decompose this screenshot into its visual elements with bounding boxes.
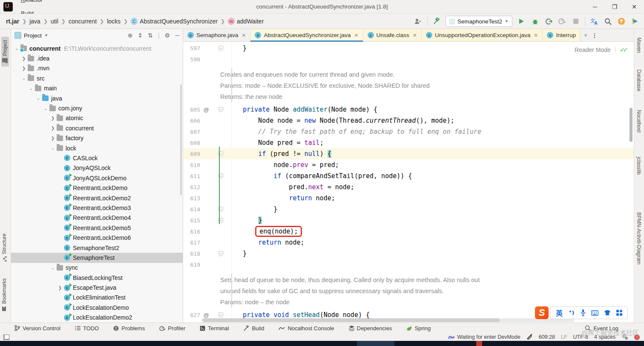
code-line-611[interactable]: 611− if (compareAndSetTail(pred, node)) … [183, 170, 634, 182]
stop-icon[interactable] [571, 17, 581, 26]
tree-item-semaphonetest2[interactable]: cSemaphoneTest2 [11, 243, 183, 253]
collapse-all-icon[interactable]: ⇅ [148, 32, 153, 39]
code-line-607[interactable]: 607 // Try the fast path of enq; backup … [183, 126, 634, 137]
chevron-collapsed-icon[interactable]: ❯ [50, 136, 56, 141]
tree-item-reentrantlockdemo5[interactable]: cReentrantLockDemo5 [11, 223, 183, 233]
javadoc-toggle-icon[interactable]: @ [200, 107, 212, 113]
breadcrumb-item[interactable]: concurrent [69, 18, 97, 25]
tool-window-button-problems[interactable]: Problems [113, 325, 145, 332]
fold-marker-icon[interactable]: − [212, 173, 229, 179]
minimize-button[interactable]: ─ [585, 0, 605, 14]
tree-item-jonyaqslockdemo[interactable]: cJonyAQSLockDemo [11, 173, 183, 183]
tree-item-jonyaqslock[interactable]: cJonyAQSLock [11, 163, 183, 173]
sidebar-item-nocalhost[interactable]: Nocalhost [636, 110, 642, 133]
event-log-button[interactable]: Event Log [585, 325, 618, 332]
breadcrumb-item[interactable]: CAbstractQueuedSynchronizer [131, 18, 218, 25]
tree-item-main[interactable]: ⌄main [11, 84, 183, 93]
code-line-605[interactable]: 605@−private Node addWaiter(Node mode) { [183, 104, 634, 115]
line-number[interactable]: 597 [183, 45, 200, 52]
breadcrumb-item[interactable]: java [29, 18, 40, 25]
code-line-617[interactable]: 617 return node; [183, 237, 634, 248]
chevron-collapsed-icon[interactable]: ❯ [21, 56, 27, 61]
expand-all-icon[interactable]: ⇕ [138, 32, 143, 39]
line-number[interactable]: 619 [183, 262, 200, 268]
inspection-profile-icon[interactable]: ? [621, 334, 628, 341]
line-number[interactable]: 607 [183, 129, 200, 135]
line-number[interactable]: 598 [183, 56, 200, 63]
code-line-616[interactable]: 616 enq(node); [183, 226, 634, 237]
fold-marker-icon[interactable]: − [212, 207, 229, 212]
code-editor[interactable]: 597−}598Creates and enqueues node for cu… [183, 42, 634, 323]
build-hammer-icon[interactable] [432, 17, 441, 26]
line-number[interactable]: 617 [183, 239, 200, 246]
tree-item--idea[interactable]: ❯.idea [11, 53, 183, 63]
chevron-collapsed-icon[interactable]: ❯ [57, 285, 63, 290]
code-line-618[interactable]: 618−} [183, 248, 634, 259]
plugin-icon[interactable] [630, 17, 640, 26]
sidebar-item-project[interactable]: Project [1, 37, 9, 66]
profiler-icon[interactable] [558, 17, 567, 26]
tree-item-concurrent[interactable]: ❯concurrent [11, 123, 183, 133]
tool-window-switcher-icon[interactable] [3, 334, 9, 340]
hidden-tabs-chevron-icon[interactable]: ∨ [584, 32, 587, 38]
line-number[interactable]: 618 [183, 251, 200, 257]
chevron-collapsed-icon[interactable]: ❯ [50, 116, 56, 121]
tree-item-atomic[interactable]: ❯atomic [11, 113, 183, 123]
code-line-606[interactable]: 606 Node node = new Node(Thread.currentT… [183, 115, 634, 126]
maximize-button[interactable]: ❐ [605, 0, 624, 14]
tree-item-lockescalationdemo[interactable]: cLockEscalationDemo [11, 303, 183, 312]
update-icon[interactable] [617, 17, 626, 26]
chevron-collapsed-icon[interactable]: ❯ [21, 66, 27, 71]
taskbar-item[interactable] [357, 341, 394, 346]
line-number[interactable]: 608 [183, 140, 200, 146]
tree-item-reentrantlockdemo6[interactable]: cReentrantLockDemo6 [11, 233, 183, 242]
breadcrumb-item[interactable]: util [51, 18, 58, 25]
tool-window-button-terminal[interactable]: Terminal [200, 325, 229, 332]
hide-icon[interactable]: ─ [175, 32, 179, 39]
tree-item-com-jony[interactable]: ⌄com.jony [11, 103, 183, 113]
code-line-609[interactable]: 609− if (pred != null) { [183, 148, 634, 159]
close-button[interactable]: ✕ [624, 0, 644, 14]
skin-icon[interactable] [604, 310, 611, 316]
sidebar-item-database[interactable]: Database [636, 69, 642, 91]
menu-refactor[interactable]: Refactor [17, 0, 47, 7]
editor-tab-semaphore-java[interactable]: cSemaphore.java✕ [183, 29, 250, 41]
line-number[interactable]: 609 [183, 151, 200, 157]
line-number[interactable]: 613 [183, 195, 200, 202]
file-encoding[interactable]: UTF-8 [573, 334, 588, 340]
indent-setting[interactable]: 4 spaces [594, 334, 615, 340]
line-number[interactable]: 612 [183, 184, 200, 190]
tree-item-lock[interactable]: ⌄lock [11, 143, 183, 153]
tool-window-button-nocalhost-console[interactable]: Nocalhost Console [279, 325, 334, 332]
translate-icon[interactable]: 文A [589, 17, 599, 26]
close-tab-icon[interactable]: ✕ [413, 32, 417, 38]
devmode-status[interactable]: Waiting for enter DevMode [448, 334, 520, 340]
caret-position[interactable]: 609:28 [539, 334, 555, 340]
code-line-612[interactable]: 612 pred.next = node; [183, 182, 634, 193]
run-configuration-select[interactable]: SemaphoneTest2 ▼ [446, 16, 512, 27]
tool-window-button-spring[interactable]: Spring [407, 325, 431, 332]
coverage-icon[interactable] [544, 17, 553, 26]
line-number[interactable]: 614 [183, 206, 200, 213]
keyboard-icon[interactable] [591, 310, 598, 316]
sidebar-item-bpmn-activiti-diagram[interactable]: BPMN-Activiti-Diagram [636, 212, 642, 265]
chevron-collapsed-icon[interactable]: ❯ [50, 126, 56, 130]
notification-error-icon[interactable]: ! [634, 334, 640, 340]
tree-item-reentrantlockdemo2[interactable]: cReentrantLockDemo2 [11, 193, 183, 203]
tree-item-concurrent[interactable]: ⌄concurrentE:\TLWork\concurrent\concurre… [11, 43, 183, 53]
close-tab-icon[interactable]: ✕ [242, 32, 246, 38]
tree-item-biasedlockingtest[interactable]: cBiasedLockingTest [11, 273, 183, 283]
chevron-expanded-icon[interactable]: ⌄ [43, 106, 49, 111]
toolbox-icon[interactable] [616, 310, 622, 316]
tree-item--mvn[interactable]: ❯.mvn [11, 63, 183, 73]
project-tree-scrollbar[interactable] [180, 84, 182, 195]
code-line-613[interactable]: 613 return node; [183, 193, 634, 204]
fold-marker-icon[interactable]: − [212, 312, 229, 317]
fold-marker-icon[interactable]: − [212, 218, 229, 223]
ime-language-mode[interactable]: 英 [556, 308, 563, 318]
code-line-598[interactable]: 598 [183, 54, 634, 65]
chevron-down-icon[interactable]: ▼ [44, 33, 48, 37]
chevron-expanded-icon[interactable]: ⌄ [21, 76, 27, 81]
fold-marker-icon[interactable]: − [212, 46, 229, 51]
editor-tab-unsafe-class[interactable]: cUnsafe.class✕ [363, 29, 422, 41]
